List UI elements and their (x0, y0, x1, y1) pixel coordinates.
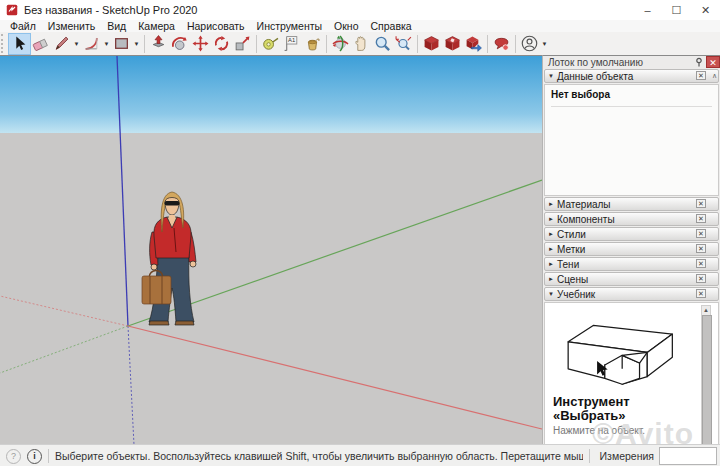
sketchup-logo-icon (6, 4, 18, 16)
pan-tool-button[interactable] (351, 34, 372, 54)
arc-tool-button[interactable] (81, 34, 102, 54)
toolbar-separator (515, 35, 516, 53)
toolbar-grip[interactable] (1, 34, 7, 53)
menu-tools[interactable]: Инструменты (251, 20, 328, 32)
section-label: Метки (557, 244, 585, 255)
menu-file[interactable]: Файл (4, 20, 42, 32)
paint-bucket-tool-button[interactable] (302, 34, 323, 54)
close-section-button[interactable]: ✕ (696, 229, 706, 238)
section-label: Компоненты (557, 214, 615, 225)
tray-section-object-data[interactable]: ▼ Данные объекта ✕ ∧ (544, 69, 719, 83)
rectangle-icon (113, 35, 130, 52)
toolbar: ▼▼▼A1▼ (0, 32, 720, 56)
zoom-extents-tool-button[interactable] (393, 34, 414, 54)
tray-close-button[interactable]: ✕ (706, 56, 720, 68)
window-title: Без названия - SketchUp Pro 2020 (24, 4, 198, 16)
3d-warehouse-tool-button[interactable] (421, 34, 442, 54)
tray-section-scenes[interactable]: ► Сцены ✕ (544, 272, 719, 286)
measurements-label: Измерения (600, 450, 654, 462)
toolbar-separator (256, 35, 257, 53)
zoom-extents-icon (395, 35, 412, 52)
menu-view[interactable]: Вид (101, 20, 132, 32)
zoom-tool-button[interactable] (372, 34, 393, 54)
section-label: Учебник (557, 289, 595, 300)
measurements-input[interactable] (659, 447, 717, 465)
text-tool-button[interactable]: A1 (281, 34, 302, 54)
tray-section-tags[interactable]: ► Метки ✕ (544, 242, 719, 256)
sign-in-dropdown-arrow[interactable]: ▼ (540, 41, 549, 47)
selection-status: Нет выбора (551, 89, 712, 100)
svg-text:A1: A1 (288, 37, 295, 43)
help-icon[interactable]: ? (6, 449, 21, 464)
close-section-button[interactable]: ✕ (696, 214, 706, 223)
tray-section-shadows[interactable]: ► Тени ✕ (544, 257, 719, 271)
expanded-arrow-icon: ▼ (545, 73, 557, 79)
tray-section-instructor[interactable]: ▼ Учебник ✕ (544, 287, 719, 301)
move-tool-button[interactable] (190, 34, 211, 54)
scale-tool-button[interactable] (232, 34, 253, 54)
close-section-button[interactable]: ✕ (696, 71, 706, 80)
close-section-button[interactable]: ✕ (696, 274, 706, 283)
toolbar-separator (417, 35, 418, 53)
close-button[interactable]: ✕ (691, 0, 720, 20)
share-model-tool-button[interactable] (463, 34, 484, 54)
share-model-icon (465, 35, 482, 52)
menu-draw[interactable]: Нарисовать (181, 20, 251, 32)
tray-section-materials[interactable]: ► Материалы ✕ (544, 197, 719, 211)
status-message: Выберите объекты. Воспользуйтесь клавише… (55, 450, 583, 462)
close-section-button[interactable]: ✕ (696, 259, 706, 268)
push-pull-tool-button[interactable] (148, 34, 169, 54)
menu-edit[interactable]: Изменить (42, 20, 101, 32)
menu-window[interactable]: Окно (328, 20, 364, 32)
scrollbar-up-icon[interactable]: ▲ (702, 306, 710, 314)
collapsed-arrow-icon: ► (545, 201, 557, 207)
close-section-button[interactable]: ✕ (696, 289, 706, 298)
rectangle-dropdown-arrow[interactable]: ▼ (132, 41, 141, 47)
section-label: Данные объекта (557, 71, 633, 82)
section-label: Стили (557, 229, 586, 240)
forum-tool-button[interactable] (491, 34, 512, 54)
tray-section-components[interactable]: ► Компоненты ✕ (544, 212, 719, 226)
collapsed-arrow-icon: ► (545, 276, 557, 282)
eraser-tool-button[interactable] (30, 34, 51, 54)
scroll-up-icon[interactable]: ∧ (712, 72, 717, 80)
select-tool-button[interactable] (9, 34, 30, 54)
instructor-scrollbar[interactable]: ▲ (701, 305, 711, 463)
info-icon[interactable]: i (27, 449, 42, 464)
arc-dropdown-arrow[interactable]: ▼ (102, 41, 111, 47)
close-section-button[interactable]: ✕ (696, 199, 706, 208)
toolbar-separator (144, 35, 145, 53)
minimize-button[interactable]: – (633, 0, 662, 20)
menu-help[interactable]: Справка (364, 20, 417, 32)
close-section-button[interactable]: ✕ (696, 244, 706, 253)
sign-in-icon (521, 35, 538, 52)
orbit-icon (332, 35, 349, 52)
zoom-icon (374, 35, 391, 52)
title-bar: Без названия - SketchUp Pro 2020 – ☐ ✕ (0, 0, 720, 21)
arc-icon (83, 35, 100, 52)
sign-in-tool-button[interactable] (519, 34, 540, 54)
model-viewport[interactable] (0, 55, 542, 445)
scrollbar-thumb[interactable] (702, 315, 712, 457)
menu-camera[interactable]: Камера (132, 20, 181, 32)
rectangle-tool-button[interactable] (111, 34, 132, 54)
extension-warehouse-tool-button[interactable] (442, 34, 463, 54)
line-tool-button[interactable] (51, 34, 72, 54)
pin-icon[interactable] (694, 57, 704, 67)
line-dropdown-arrow[interactable]: ▼ (72, 41, 81, 47)
menu-bar: ФайлИзменитьВидКамераНарисоватьИнструмен… (0, 20, 720, 32)
eraser-icon (32, 35, 49, 52)
scale-icon (234, 35, 251, 52)
tray-section-styles[interactable]: ► Стили ✕ (544, 227, 719, 241)
line-icon (53, 35, 70, 52)
rotate-tool-button[interactable] (211, 34, 232, 54)
maximize-button[interactable]: ☐ (662, 0, 691, 20)
orbit-tool-button[interactable] (330, 34, 351, 54)
viewport-canvas (0, 56, 542, 445)
follow-me-tool-button[interactable] (169, 34, 190, 54)
tray-title-bar[interactable]: Лоток по умолчанию ✕ (543, 56, 720, 69)
text-icon: A1 (283, 35, 300, 52)
section-label: Тени (557, 259, 579, 270)
tape-measure-tool-button[interactable] (260, 34, 281, 54)
tray-title: Лоток по умолчанию (548, 57, 643, 68)
